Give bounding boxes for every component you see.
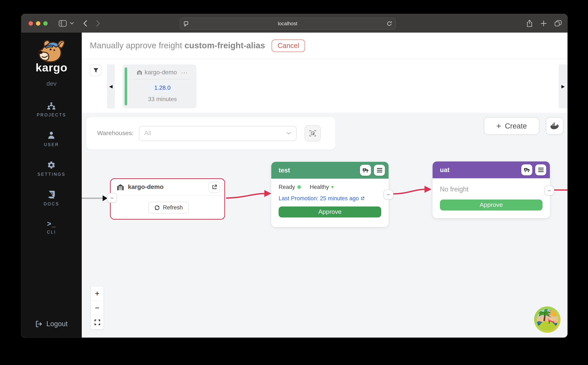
browser-toolbar: localhost — [21, 14, 567, 33]
zoom-out-button[interactable]: − — [91, 301, 104, 315]
timeline-next-arrow[interactable]: ▶ — [559, 64, 567, 108]
sidebar-item-label: USER — [44, 142, 59, 147]
zoom-window-button[interactable] — [43, 21, 48, 25]
approve-button[interactable]: Approve — [440, 200, 543, 211]
freight-truck-button[interactable] — [521, 164, 532, 175]
hamburger-icon — [377, 168, 382, 172]
docker-button[interactable] — [546, 117, 563, 135]
last-promotion-text: Last Promotion: 25 minutes ago — [279, 195, 359, 202]
filter-icon — [93, 68, 98, 73]
refresh-label: Refresh — [163, 204, 183, 211]
page-settings-icon[interactable] — [184, 21, 189, 26]
freight-alias: custom-freight-alias — [185, 41, 265, 50]
terminal-icon: >_ — [47, 220, 56, 227]
fit-view-button[interactable] — [91, 315, 104, 330]
zoom-in-button[interactable]: + — [91, 286, 104, 301]
sidebar-item-label: DOCS — [44, 202, 59, 206]
open-warehouse-button[interactable] — [209, 181, 220, 193]
address-bar[interactable]: localhost — [180, 18, 396, 30]
back-button[interactable] — [83, 20, 87, 27]
plus-icon: + — [496, 121, 501, 131]
docker-icon — [550, 122, 559, 129]
sidebar-nav: PROJECTS USER SETTINGS — [37, 102, 66, 234]
projects-icon — [47, 102, 56, 110]
stage-node-uat[interactable]: uat — [433, 161, 550, 218]
edge-collapse-button[interactable]: − — [544, 186, 554, 196]
external-link-icon — [212, 184, 217, 190]
close-window-button[interactable] — [29, 21, 33, 25]
kargo-logo: kargo — [34, 39, 69, 74]
timeline-prev-arrow[interactable]: ◀ — [107, 64, 115, 108]
stage-menu-button[interactable] — [535, 164, 546, 175]
sidebar-item-docs[interactable]: DOCS — [44, 190, 59, 206]
kargo-wordmark: kargo — [36, 61, 67, 74]
sidebar-item-cli[interactable]: >_ CLI — [47, 220, 56, 234]
reload-icon[interactable] — [387, 21, 392, 26]
logout-icon — [35, 320, 43, 328]
warehouse-node-title: kargo-demo — [128, 183, 209, 191]
logout-button[interactable]: Logout — [21, 320, 82, 328]
main-content: Manually approve freight custom-freight-… — [82, 33, 567, 337]
truck-icon — [524, 168, 530, 172]
healthy-heart-icon: ♥ — [331, 184, 334, 190]
filter-button[interactable] — [90, 64, 102, 76]
url-text[interactable]: localhost — [189, 21, 387, 26]
user-icon — [47, 131, 56, 140]
create-label: Create — [505, 122, 527, 130]
canvas-zoom-controls: + − — [91, 286, 104, 330]
version-label: dev — [47, 80, 57, 87]
stage-title: uat — [440, 166, 518, 174]
sidebar-item-user[interactable]: USER — [44, 131, 59, 147]
freight-version-tag[interactable]: 1.28.0 — [150, 84, 175, 92]
warehouse-node-kargo-demo[interactable]: kargo-demo Refresh — [110, 178, 225, 220]
sidebar: kargo dev PROJECTS USER — [21, 33, 82, 337]
refresh-icon — [154, 205, 160, 210]
freight-truck-button[interactable] — [360, 165, 371, 176]
sidebar-item-settings[interactable]: SETTINGS — [37, 161, 65, 176]
stage-header: test — [271, 162, 389, 179]
book-icon — [47, 190, 56, 199]
minimize-window-button[interactable] — [36, 21, 40, 25]
forward-button[interactable] — [96, 20, 100, 27]
image-frame-icon — [309, 130, 316, 137]
stage-node-test[interactable]: test — [271, 162, 389, 227]
edge-collapse-button[interactable]: − — [384, 190, 393, 200]
cancel-button[interactable]: Cancel — [272, 39, 305, 52]
stage-header: uat — [433, 161, 550, 178]
new-tab-icon[interactable] — [541, 20, 547, 26]
sidebar-item-projects[interactable]: PROJECTS — [37, 102, 66, 117]
freight-more-button[interactable]: ··· — [181, 69, 188, 75]
hamburger-icon — [538, 168, 544, 172]
tab-overview-icon[interactable] — [555, 20, 562, 26]
chevron-down-icon — [286, 132, 291, 135]
sidebar-item-label: PROJECTS — [37, 113, 66, 117]
warehouses-label: Warehouses: — [97, 130, 134, 137]
freight-status-bar — [125, 67, 127, 105]
kangaroo-mascot-icon — [34, 39, 69, 63]
stage-menu-button[interactable] — [374, 165, 385, 176]
freight-card[interactable]: kargo-demo ··· 1.28.0 33 minutes — [123, 64, 196, 108]
sidebar-item-label: SETTINGS — [37, 172, 65, 176]
healthy-label: Healthy — [310, 184, 329, 190]
freight-divider — [134, 79, 191, 79]
stage-title: test — [279, 166, 357, 174]
chevron-down-icon[interactable] — [70, 22, 74, 25]
warehouses-select[interactable]: All — [139, 126, 296, 141]
node-divider — [111, 195, 224, 196]
sidebar-toggle-icon[interactable] — [59, 20, 67, 27]
last-promotion-link[interactable]: Last Promotion: 25 minutes ago — [279, 195, 381, 202]
warehouse-icon — [137, 70, 142, 75]
create-button[interactable]: + Create — [484, 117, 539, 135]
browser-window: localhost — [21, 14, 567, 337]
refresh-button[interactable]: Refresh — [148, 202, 189, 213]
edge-collapse-button[interactable]: − — [107, 193, 117, 203]
warehouses-select-value: All — [144, 130, 286, 137]
freight-age: 33 minutes — [148, 96, 177, 103]
ready-label: Ready — [279, 184, 295, 190]
page-title: Manually approve freight custom-freight-… — [90, 41, 265, 50]
ready-status-dot — [297, 185, 301, 189]
approve-button[interactable]: Approve — [279, 206, 381, 218]
traffic-lights — [29, 21, 48, 25]
share-icon[interactable] — [526, 20, 533, 27]
stage-preview-button[interactable] — [305, 125, 320, 141]
